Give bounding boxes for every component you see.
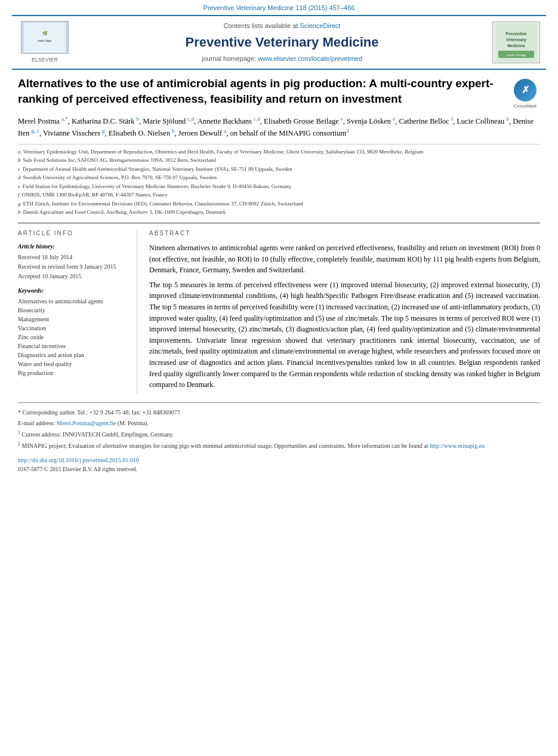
keyword-diagnostics: Diagnostics and action plan: [18, 351, 128, 359]
doi-line: http://dx.doi.org/10.1016/j.prevetmed.20…: [18, 456, 540, 465]
email-link[interactable]: Merel.Postma@ugent.be: [57, 420, 116, 426]
svg-text:cover image: cover image: [507, 53, 526, 57]
minapig-link[interactable]: http://www.minapig.eu: [430, 442, 485, 449]
journal-citation: Preventive Veterinary Medicine 118 (2015…: [0, 0, 558, 15]
email-note: E-mail address: Merel.Postma@ugent.be (M…: [18, 419, 540, 428]
footer-doi-section: http://dx.doi.org/10.1016/j.prevetmed.20…: [18, 456, 540, 474]
crossmark-badge: ✗ CrossMark: [510, 79, 540, 109]
keyword-water-feed: Water and feed quality: [18, 360, 128, 368]
svg-text:tree logo: tree logo: [38, 39, 52, 42]
footnote-1: 1 Current address: INNOVATECH GmbH, Empf…: [18, 429, 540, 439]
svg-text:🌿: 🌿: [42, 30, 48, 36]
affiliation-h: h Danish Agriculture and Food Council, A…: [18, 208, 540, 217]
affiliation-f: f ONIRIS, UMR 1300 BioEpAR, BP 40706, F-…: [18, 191, 540, 199]
sciencedirect-link[interactable]: ScienceDirect: [300, 22, 340, 29]
doi-link[interactable]: http://dx.doi.org/10.1016/j.prevetmed.20…: [18, 457, 139, 463]
abstract-column: ABSTRACT Nineteen alternatives to antimi…: [149, 229, 540, 394]
abstract-header: ABSTRACT: [149, 229, 540, 238]
article-title: Alternatives to the use of antimicrobial…: [18, 76, 504, 106]
affiliation-g: g ETH Zürich, Institute for Environmenta…: [18, 200, 540, 208]
abstract-text: Nineteen alternatives to antimicrobial a…: [149, 242, 540, 391]
footnote-2: 2 MINAPIG project; Evaluation of alterna…: [18, 441, 540, 450]
received-date: Received 18 July 2014: [18, 253, 128, 262]
journal-center-header: Contents lists available at ScienceDirec…: [78, 21, 486, 63]
journal-title: Preventive Veterinary Medicine: [78, 33, 486, 52]
article-history-label: Article history:: [18, 242, 128, 251]
article-info-header: ARTICLE INFO: [18, 229, 128, 238]
journal-homepage-line: journal homepage: www.elsevier.com/locat…: [78, 54, 486, 63]
journal-header: 🌿 tree logo ELSEVIER Contents lists avai…: [12, 15, 546, 70]
sciencedirect-line: Contents lists available at ScienceDirec…: [78, 21, 486, 30]
citation-text: Preventive Veterinary Medicine 118 (2015…: [204, 4, 355, 11]
copyright-text: 0167-5877/© 2015 Elsevier B.V. All right…: [18, 466, 540, 474]
footer-notes: * Corresponding author. Tel.: +32 9 264 …: [18, 402, 540, 451]
accepted-date: Accepted 10 January 2015: [18, 272, 128, 281]
keyword-alternatives: Alternatives to antimicrobial agents: [18, 297, 128, 306]
keyword-financial: Financial incentives: [18, 342, 128, 351]
keywords-label: Keywords:: [18, 287, 128, 295]
keyword-biosecurity: Biosecurity: [18, 306, 128, 315]
crossmark-icon: ✗: [514, 79, 537, 102]
authors-line: Merel Postma a,*, Katharina D.C. Stärk b…: [18, 115, 540, 139]
article-info-column: ARTICLE INFO Article history: Received 1…: [18, 229, 137, 394]
keyword-management: Management: [18, 315, 128, 324]
affiliation-d: d Swedish University of Agricultural Sci…: [18, 174, 540, 182]
svg-text:Preventive: Preventive: [505, 32, 527, 36]
keyword-zinc: Zinc oxide: [18, 333, 128, 342]
journal-homepage-link[interactable]: www.elsevier.com/locate/prevetmed: [258, 55, 362, 62]
corresponding-note: * Corresponding author. Tel.: +32 9 264 …: [18, 408, 540, 417]
crossmark-label: CrossMark: [514, 103, 537, 109]
abstract-paragraph-1: Nineteen alternatives to antimicrobial a…: [149, 242, 540, 276]
svg-text:Medicine: Medicine: [507, 44, 525, 48]
journal-logo-left: 🌿 tree logo ELSEVIER: [18, 21, 72, 64]
affiliation-e: e Field Station for Epidemiology, Univer…: [18, 183, 540, 191]
keywords-section: Keywords: Alternatives to antimicrobial …: [18, 287, 128, 377]
keyword-vaccination: Vaccination: [18, 324, 128, 333]
journal-cover-image: Preventive Veterinary Medicine cover ima…: [492, 21, 540, 63]
affiliation-a: a Veterinary Epidemiology Unit, Departme…: [18, 148, 540, 156]
article-title-section: Alternatives to the use of antimicrobial…: [18, 76, 540, 109]
svg-rect-0: [24, 23, 66, 53]
affiliation-b: b Safe Food Solutions Inc, SAFOSO AG, Br…: [18, 156, 540, 165]
affiliation-c: c Department of Animal Health and Antimi…: [18, 165, 540, 174]
received-revised-date: Received in revised form 9 January 2015: [18, 263, 128, 271]
keyword-pig-production: Pig production: [18, 369, 128, 377]
elsevier-logo-image: 🌿 tree logo: [21, 21, 69, 54]
affiliations-section: a Veterinary Epidemiology Unit, Departme…: [18, 144, 540, 217]
abstract-paragraph-2: The top 5 measures in terms of perceived…: [149, 279, 540, 391]
elsevier-label: ELSEVIER: [32, 56, 58, 64]
svg-text:Veterinary: Veterinary: [506, 38, 526, 42]
main-content: Alternatives to the use of antimicrobial…: [18, 76, 540, 474]
two-column-section: ARTICLE INFO Article history: Received 1…: [18, 223, 540, 394]
